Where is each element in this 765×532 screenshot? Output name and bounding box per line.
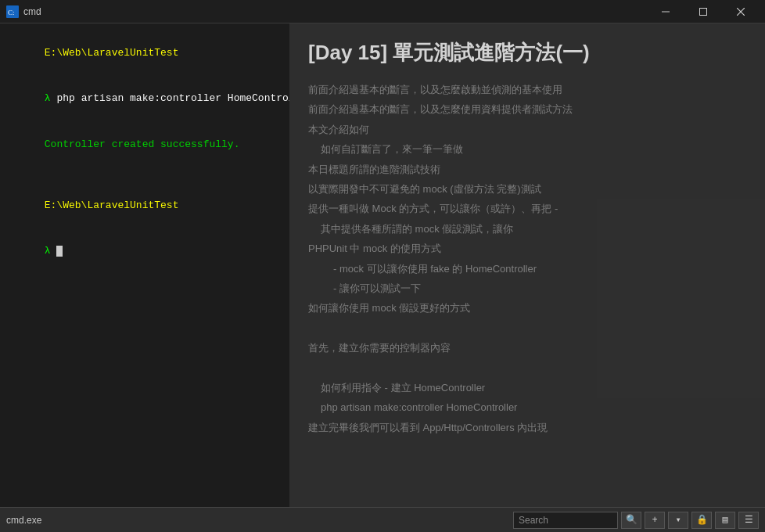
article-line-15 bbox=[308, 358, 746, 376]
title-bar-left: C: cmd bbox=[6, 5, 41, 18]
article-line-8: 其中提供各種所謂的 mock 假設測試，讓你 bbox=[321, 220, 746, 238]
status-bar-right: 🔍 + ▾ 🔒 ▤ ☰ bbox=[513, 512, 759, 529]
path-1: E:\Web\LaravelUnitTest bbox=[45, 47, 179, 59]
status-bar-left: cmd.exe bbox=[6, 515, 41, 526]
add-tab-btn[interactable]: + bbox=[645, 512, 665, 529]
path-2: E:\Web\LaravelUnitTest bbox=[45, 200, 179, 211]
article-line-17: php artisan make:controller HomeControll… bbox=[321, 398, 746, 416]
terminal-line-1: E:\Web\LaravelUnitTest bbox=[8, 30, 282, 76]
cmd-icon: C: bbox=[6, 5, 19, 18]
article-line-6: 以實際開發中不可避免的 mock (虛假方法 完整)測試 bbox=[308, 180, 746, 198]
terminal-panel[interactable]: E:\Web\LaravelUnitTest λ php artisan mak… bbox=[0, 23, 289, 507]
status-bar: cmd.exe 🔍 + ▾ 🔒 ▤ ☰ bbox=[0, 507, 765, 532]
article-panel: [Day 15] 單元測試進階方法(一) 前面介紹過基本的斷言，以及怎麼啟動並偵… bbox=[289, 23, 765, 507]
terminal-line-2: λ php artisan make:controller HomeContro… bbox=[8, 76, 282, 122]
article-line-1: 前面介紹過基本的斷言，以及怎麼啟動並偵測的基本使用 bbox=[308, 81, 746, 99]
prompt-2: λ bbox=[45, 245, 57, 257]
prompt-1: λ bbox=[45, 92, 57, 104]
search-input[interactable] bbox=[519, 515, 612, 526]
article-line-18: 建立完畢後我們可以看到 App/Http/Controllers 內出現 bbox=[308, 419, 746, 437]
article-line-14: 首先，建立你需要的控制器內容 bbox=[308, 339, 746, 357]
article-line-13 bbox=[308, 319, 746, 337]
article-line-11: - 讓你可以測試一下 bbox=[333, 279, 746, 297]
article-line-16: 如何利用指令 - 建立 HomeController bbox=[321, 379, 746, 397]
close-button[interactable] bbox=[723, 0, 759, 23]
article-line-7: 提供一種叫做 Mock 的方式，可以讓你（或許）、再把 - bbox=[308, 200, 746, 217]
tabs-icon-btn[interactable]: ▤ bbox=[715, 512, 735, 529]
article-title: [Day 15] 單元測試進階方法(一) bbox=[308, 39, 746, 66]
svg-rect-3 bbox=[700, 8, 707, 15]
search-box[interactable] bbox=[513, 512, 618, 529]
article-line-10: - mock 可以讓你使用 fake 的 HomeController bbox=[333, 260, 746, 278]
article-line-12: 如何讓你使用 mock 假設更好的方式 bbox=[308, 299, 746, 317]
command-1: php artisan make:controller HomeControll… bbox=[56, 92, 289, 104]
article-line-2: 前面介紹過基本的斷言，以及怎麼使用資料提供者測試方法 bbox=[308, 100, 746, 118]
title-bar: C: cmd bbox=[0, 0, 765, 23]
article-line-3: 本文介紹如何 bbox=[308, 120, 746, 138]
success-msg: Controller created successfully. bbox=[45, 138, 240, 150]
main-content: E:\Web\LaravelUnitTest λ php artisan mak… bbox=[0, 23, 765, 507]
terminal-line-3: Controller created successfully. bbox=[8, 121, 282, 167]
window-title: cmd bbox=[23, 6, 41, 17]
menu-icon-btn[interactable]: ☰ bbox=[738, 512, 759, 529]
maximize-button[interactable] bbox=[685, 0, 721, 23]
terminal-line-5: E:\Web\LaravelUnitTest bbox=[8, 182, 282, 228]
cursor bbox=[56, 246, 63, 257]
search-icon-btn[interactable]: 🔍 bbox=[621, 512, 641, 529]
dropdown-btn[interactable]: ▾ bbox=[668, 512, 688, 529]
terminal-line-6: λ bbox=[8, 228, 282, 275]
minimize-button[interactable] bbox=[648, 0, 684, 23]
terminal-line-4 bbox=[8, 167, 282, 183]
article-line-9: PHPUnit 中 mock 的使用方式 bbox=[308, 239, 746, 257]
title-bar-controls bbox=[648, 0, 759, 23]
lock-icon-btn[interactable]: 🔒 bbox=[691, 512, 712, 529]
svg-rect-2 bbox=[662, 11, 670, 12]
status-label: cmd.exe bbox=[6, 515, 41, 526]
article-line-5: 本日標題所謂的進階測試技術 bbox=[308, 160, 746, 178]
article-line-4: 如何自訂斷言了，來一筆一筆做 bbox=[321, 140, 746, 158]
svg-text:C:: C: bbox=[8, 9, 15, 16]
